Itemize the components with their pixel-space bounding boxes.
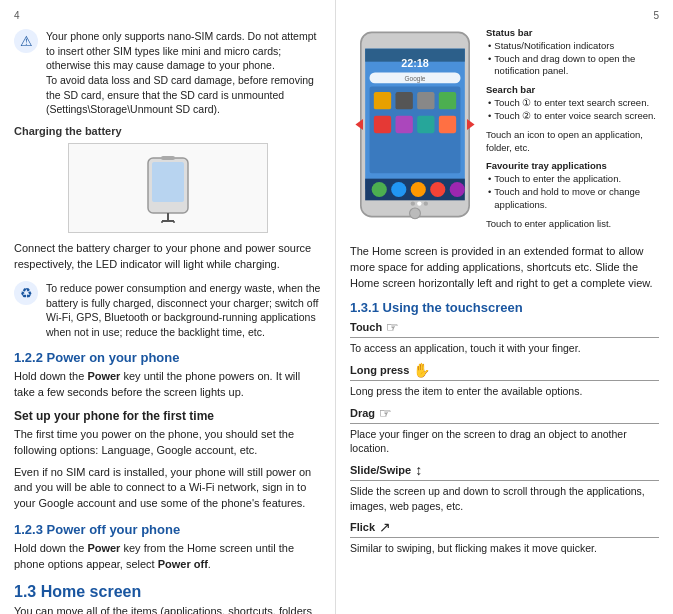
section-131-header: 1.3.1 Using the touchscreen <box>350 300 659 315</box>
svg-rect-25 <box>411 182 426 197</box>
swipe-description: Slide the screen up and down to scroll t… <box>350 484 659 513</box>
svg-rect-18 <box>417 116 434 133</box>
status-bullet-1: Status/Notification indicators <box>488 40 659 53</box>
app-list-text: Touch to enter application list. <box>486 218 659 231</box>
tip-text: To reduce power consumption and energy w… <box>46 281 321 340</box>
status-bullet-2: Touch and drag down to open the notifica… <box>488 53 659 79</box>
touch-item-flick: Flick ↗ Similar to swiping, but flicking… <box>350 519 659 556</box>
section-13-title: Home screen <box>41 583 142 600</box>
flick-description: Similar to swiping, but flicking makes i… <box>350 541 659 556</box>
touch-icon-annotation: Touch an icon to open an application, fo… <box>486 129 659 155</box>
svg-point-30 <box>424 201 428 205</box>
svg-text:Google: Google <box>405 75 426 83</box>
svg-point-31 <box>410 208 421 219</box>
home-text: You can move all of the items (applicati… <box>14 604 321 614</box>
left-page: 4 ⚠ Your phone only supports nano-SIM ca… <box>0 0 336 614</box>
page-num-left: 4 <box>14 10 321 21</box>
touch-label: Touch <box>350 321 382 333</box>
power-off-text: Hold down the Power key from the Home sc… <box>14 541 321 573</box>
even-text: Even if no SIM card is installed, your p… <box>14 465 321 513</box>
svg-rect-15 <box>439 92 456 109</box>
touch-item-drag: Drag ☞ Place your finger on the screen t… <box>350 405 659 456</box>
right-page: 5 22:18 <box>336 0 673 614</box>
phone-diagram: 22:18 Google <box>350 27 480 236</box>
svg-rect-23 <box>372 182 387 197</box>
svg-marker-32 <box>355 119 363 130</box>
svg-rect-13 <box>396 92 413 109</box>
longpress-icon: ✋ <box>413 362 430 378</box>
svg-point-28 <box>411 201 415 205</box>
drag-header: Drag ☞ <box>350 405 659 424</box>
section-122-num: 1.2.2 <box>14 350 43 365</box>
page-num-right: 5 <box>350 10 659 21</box>
svg-rect-24 <box>391 182 406 197</box>
touch-description: To access an application, touch it with … <box>350 341 659 356</box>
status-bar-title: Status bar <box>486 27 659 40</box>
svg-rect-2 <box>161 156 175 160</box>
setup-title: Set up your phone for the first time <box>14 409 321 423</box>
phone-diagram-container: 22:18 Google <box>350 27 659 236</box>
svg-rect-16 <box>374 116 391 133</box>
svg-rect-17 <box>396 116 413 133</box>
drag-description: Place your finger on the screen to drag … <box>350 427 659 456</box>
fav-bullet-2: Touch and hold to move or change applica… <box>488 186 659 212</box>
section-123-header: 1.2.3 Power off your phone <box>14 522 321 537</box>
svg-point-29 <box>417 201 421 205</box>
charging-title: Charging the battery <box>14 125 321 137</box>
svg-rect-14 <box>417 92 434 109</box>
section-13-num: 1.3 <box>14 583 36 600</box>
section-123-num: 1.2.3 <box>14 522 43 537</box>
status-bar-annotation: Status bar Status/Notification indicator… <box>486 27 659 78</box>
search-bullet-1: Touch ① to enter text search screen. <box>488 97 659 110</box>
touch-icon-finger: ☞ <box>386 319 399 335</box>
touch-item-longpress: Long press ✋ Long press the item to ente… <box>350 362 659 399</box>
drag-label: Drag <box>350 407 375 419</box>
fav-tray-annotation: Favourite tray applications Touch to ent… <box>486 160 659 211</box>
setup-text: The first time you power on the phone, y… <box>14 427 321 459</box>
section-123-title: Power off your phone <box>47 522 181 537</box>
touch-item-touch: Touch ☞ To access an application, touch … <box>350 319 659 356</box>
battery-svg <box>118 153 218 223</box>
annotations: Status bar Status/Notification indicator… <box>480 27 659 236</box>
svg-rect-1 <box>152 162 184 202</box>
svg-rect-26 <box>430 182 445 197</box>
svg-rect-12 <box>374 92 391 109</box>
app-list-annotation: Touch to enter application list. <box>486 218 659 231</box>
flick-icon: ↗ <box>379 519 391 535</box>
fav-tray-title: Favourite tray applications <box>486 160 659 173</box>
fav-bullet-1: Touch to enter the application. <box>488 173 659 186</box>
svg-rect-19 <box>439 116 456 133</box>
connect-text: Connect the battery charger to your phon… <box>14 241 321 273</box>
touch-item-swipe: Slide/Swipe ↕ Slide the screen up and do… <box>350 462 659 513</box>
swipe-header: Slide/Swipe ↕ <box>350 462 659 481</box>
touch-header: Touch ☞ <box>350 319 659 338</box>
search-bar-title: Search bar <box>486 84 659 97</box>
longpress-label: Long press <box>350 364 409 376</box>
svg-marker-33 <box>467 119 475 130</box>
flick-header: Flick ↗ <box>350 519 659 538</box>
tip-box: ♻ To reduce power consumption and energy… <box>14 281 321 340</box>
swipe-label: Slide/Swipe <box>350 464 411 476</box>
phone-svg: 22:18 Google <box>350 27 480 222</box>
section-122-header: 1.2.2 Power on your phone <box>14 350 321 365</box>
drag-icon: ☞ <box>379 405 392 421</box>
power-on-text: Hold down the Power key until the phone … <box>14 369 321 401</box>
longpress-header: Long press ✋ <box>350 362 659 381</box>
section-13-header: 1.3 Home screen <box>14 583 321 601</box>
section-122-title: Power on your phone <box>47 350 180 365</box>
flick-label: Flick <box>350 521 375 533</box>
warning-icon: ⚠ <box>14 29 38 53</box>
warning-text: Your phone only supports nano-SIM cards.… <box>46 29 321 117</box>
warning-box: ⚠ Your phone only supports nano-SIM card… <box>14 29 321 117</box>
battery-image <box>68 143 268 233</box>
longpress-description: Long press the item to enter the availab… <box>350 384 659 399</box>
touch-icon-text: Touch an icon to open an application, fo… <box>486 129 659 155</box>
home-extended-text: The Home screen is provided in an extend… <box>350 244 659 292</box>
search-bullet-2: Touch ② to enter voice search screen. <box>488 110 659 123</box>
section-131-num: 1.3.1 <box>350 300 379 315</box>
tip-icon: ♻ <box>14 281 38 305</box>
svg-text:22:18: 22:18 <box>401 57 429 69</box>
search-bar-annotation: Search bar Touch ① to enter text search … <box>486 84 659 122</box>
section-131-title: Using the touchscreen <box>383 300 523 315</box>
svg-rect-27 <box>450 182 465 197</box>
